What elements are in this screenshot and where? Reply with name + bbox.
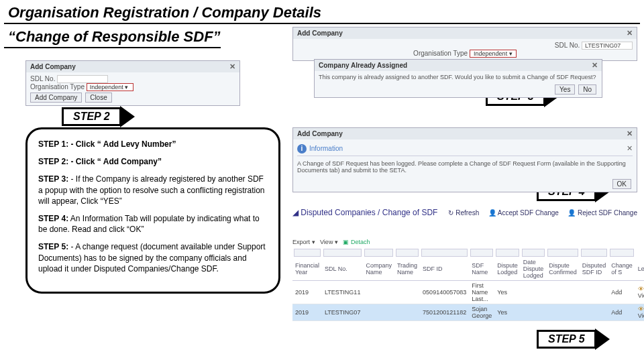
step2-head: STEP 2: — [38, 157, 68, 166]
add-company-window-small: Add Company✕ SDL No. Organisation Type I… — [25, 60, 240, 106]
step2-text: - Click “ Add Company” — [68, 157, 162, 166]
sdl-label: SDL No. — [30, 75, 55, 82]
detach-button[interactable]: ▣ Detach — [343, 239, 370, 245]
step5-head: STEP 5: — [38, 242, 68, 251]
view-icon[interactable]: 👁 — [638, 286, 644, 292]
page-title: Organisation Registration / Company Deta… — [4, 0, 640, 24]
step1-head: STEP 1: — [38, 139, 68, 149]
add-company-info-window: Add Company✕ iInformation✕ A Change of S… — [292, 127, 637, 192]
step3-head: STEP 3: — [38, 174, 68, 184]
view-menu[interactable]: View — [320, 239, 333, 245]
accept-sdf-link[interactable]: 👤 Accept SDF Change — [488, 209, 559, 217]
sdl-label: SDL No. — [555, 42, 580, 49]
disputed-table: Export ▾ View ▾ ▣ Detach Financial YearS… — [292, 239, 637, 321]
win4-title: Add Company — [297, 130, 343, 137]
close-icon[interactable]: ✕ — [627, 29, 633, 38]
sdl-input[interactable] — [57, 75, 108, 83]
org-type-select[interactable]: Independent ▾ — [470, 50, 517, 58]
close-icon[interactable]: ✕ — [627, 144, 633, 153]
close-icon[interactable]: ✕ — [592, 61, 598, 70]
step-2-label: STEP 2 — [62, 107, 121, 126]
info-message: A Change of SDF Request has been logged.… — [297, 156, 633, 178]
page-subtitle: “Change of Responsible SDF” — [4, 27, 221, 48]
reject-sdf-link[interactable]: 👤 Reject SDF Change — [568, 209, 637, 217]
win2-title: Add Company — [297, 29, 343, 37]
export-menu[interactable]: Export — [292, 239, 310, 245]
step1-text: - Click “ Add Levy Number” — [68, 139, 176, 149]
step5-text: - A change request (document available u… — [38, 242, 266, 273]
company-assigned-dialog: Company Already Assigned✕ This company i… — [314, 59, 602, 98]
step-5-label: STEP 5 — [537, 330, 596, 349]
yes-button[interactable]: Yes — [555, 84, 575, 95]
add-company-window-bg: Add Company✕ SDL No. LTESTING07 Organisa… — [292, 27, 637, 61]
ok-button[interactable]: OK — [612, 179, 631, 189]
close-button[interactable]: Close — [85, 93, 112, 103]
sdl-value: LTESTING07 — [582, 42, 633, 50]
table-toolbar: Export ▾ View ▾ ▣ Detach — [292, 239, 637, 245]
org-type-label: Organisation Type — [413, 50, 468, 57]
win3-title: Company Already Assigned — [319, 62, 407, 69]
table-header-row: Financial YearSDL No.Company NameTrading… — [292, 257, 644, 281]
close-icon[interactable]: ✕ — [627, 129, 633, 138]
table-row[interactable]: 2019LTESTING077501200121182Sojan GeorgeY… — [292, 304, 644, 321]
step3-text: - If the Company is already registered b… — [38, 174, 265, 205]
step-2-arrow: STEP 2 — [62, 106, 135, 127]
step-5-arrow: STEP 5 — [537, 328, 610, 350]
view-icon[interactable]: 👁 — [638, 306, 644, 312]
step4-text: An Information Tab will populate by indi… — [38, 214, 260, 234]
add-company-button[interactable]: Add Company — [30, 93, 82, 103]
info-label: Information — [309, 145, 343, 152]
instructions-box: STEP 1: - Click “ Add Levy Number” STEP … — [25, 127, 280, 294]
refresh-link[interactable]: ↻ Refresh — [448, 209, 479, 217]
disputed-title: Disputed Companies / Change of SDF — [301, 208, 437, 217]
disputed-panel-header: ◢ Disputed Companies / Change of SDF ↻ R… — [292, 208, 637, 217]
no-button[interactable]: No — [578, 84, 596, 95]
close-icon[interactable]: ✕ — [229, 62, 235, 71]
org-type-label: Organisation Type — [30, 83, 85, 90]
win1-title: Add Company — [30, 63, 76, 70]
org-type-select[interactable]: Independent ▾ — [87, 83, 133, 91]
info-icon: i — [297, 144, 307, 154]
win3-message: This company is already assigned to anot… — [319, 74, 598, 80]
table-row[interactable]: 2019LTESTING110509140057083First Name La… — [292, 281, 644, 304]
step4-head: STEP 4: — [38, 214, 68, 223]
